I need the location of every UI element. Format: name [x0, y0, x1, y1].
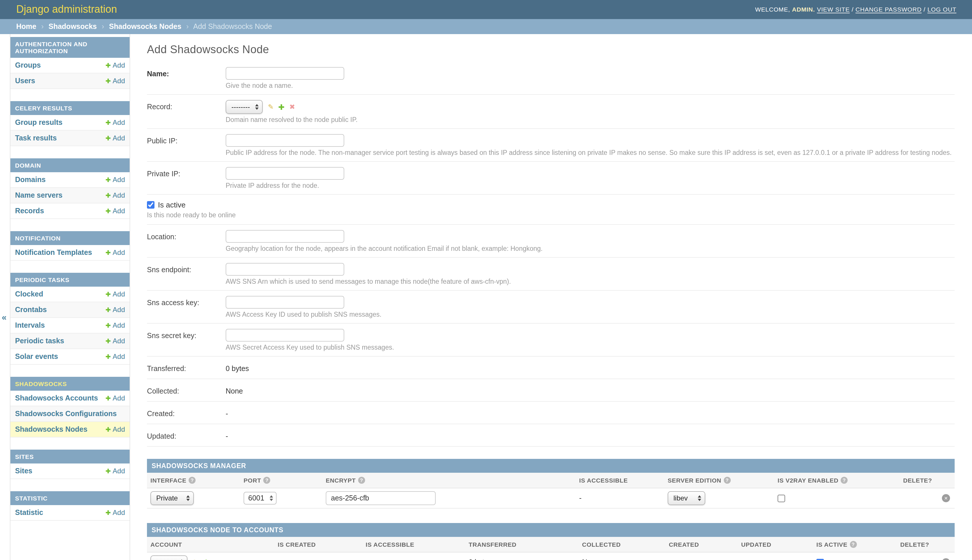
view-site-link[interactable]: VIEW SITE [817, 6, 850, 13]
breadcrumb-app[interactable]: Shadowsocks [49, 23, 97, 31]
name-help: Give the node a name. [226, 82, 344, 89]
log-out-link[interactable]: LOG OUT [927, 6, 956, 13]
help-icon: ? [841, 477, 848, 484]
is-active-checkbox[interactable] [147, 201, 154, 208]
site-branding[interactable]: Django administration [16, 0, 117, 19]
model-link[interactable]: Users [15, 77, 35, 85]
add-notification-templates-link[interactable]: ✚Add [105, 248, 125, 257]
is-created-value: - [278, 558, 280, 560]
edit-account-icon[interactable]: ✎ [192, 558, 199, 560]
sidebar-item-periodic-tasks[interactable]: Periodic tasks ✚Add [10, 333, 130, 349]
sns-access-key-input[interactable] [226, 296, 344, 308]
add-intervals-link[interactable]: ✚Add [105, 321, 125, 329]
sidebar-item-crontabs[interactable]: Crontabs ✚Add [10, 302, 130, 318]
delete-row-icon[interactable]: ✕ [942, 558, 950, 560]
record-select[interactable]: -------- [226, 100, 263, 114]
location-input[interactable] [226, 230, 344, 243]
sidebar-item-notification-templates[interactable]: Notification Templates ✚Add [10, 245, 130, 261]
sidebar-collapse-toggle[interactable]: « [2, 312, 7, 322]
model-link[interactable]: Clocked [15, 290, 43, 298]
model-link[interactable]: Domains [15, 176, 46, 184]
sidebar-item-records[interactable]: Records ✚Add [10, 203, 130, 219]
add-domains-link[interactable]: ✚Add [105, 176, 125, 184]
add-periodic-tasks-link[interactable]: ✚Add [105, 337, 125, 345]
model-link[interactable]: Records [15, 207, 44, 215]
sidebar-item-name-servers[interactable]: Name servers ✚Add [10, 188, 130, 203]
is-v2ray-enabled-checkbox[interactable] [778, 494, 785, 502]
model-link[interactable]: Task results [15, 134, 57, 142]
sidebar-item-groups[interactable]: Groups ✚Add [10, 58, 130, 73]
sidebar-item-clocked[interactable]: Clocked ✚Add [10, 287, 130, 302]
add-crontabs-link[interactable]: ✚Add [105, 306, 125, 314]
model-link[interactable]: Periodic tasks [15, 337, 64, 345]
add-icon: ✚ [105, 192, 111, 199]
model-link[interactable]: Solar events [15, 353, 58, 361]
breadcrumb-home[interactable]: Home [16, 23, 36, 31]
add-shadowsocks-accounts-link[interactable]: ✚Add [105, 394, 125, 402]
help-icon: ? [358, 477, 365, 484]
breadcrumb-model[interactable]: Shadowsocks Nodes [109, 23, 181, 31]
sidebar-item-intervals[interactable]: Intervals ✚Add [10, 318, 130, 333]
sidebar-item-solar-events[interactable]: Solar events ✚Add [10, 349, 130, 365]
sidebar-item-shadowsocks-nodes[interactable]: Shadowsocks Nodes ✚Add [10, 422, 130, 437]
delete-record-icon[interactable]: ✖ [289, 103, 295, 111]
sidebar-section-title: SITES [10, 450, 130, 463]
add-records-link[interactable]: ✚Add [105, 207, 125, 215]
delete-row-icon[interactable]: ✕ [942, 494, 950, 502]
model-link[interactable]: Intervals [15, 321, 45, 329]
model-link[interactable]: Shadowsocks Nodes [15, 425, 87, 433]
model-link[interactable]: Name servers [15, 191, 62, 199]
page-title: Add Shadowsocks Node [147, 43, 955, 56]
server-edition-select[interactable]: libev [668, 491, 705, 505]
add-record-icon[interactable]: ✚ [278, 103, 284, 111]
sidebar-item-shadowsocks-configurations[interactable]: Shadowsocks Configurations [10, 406, 130, 422]
add-solar-events-link[interactable]: ✚Add [105, 353, 125, 361]
sidebar-item-group-results[interactable]: Group results ✚Add [10, 115, 130, 131]
model-link[interactable]: Statistic [15, 508, 43, 517]
select-arrows-icon [698, 495, 701, 501]
public-ip-input[interactable] [226, 134, 344, 147]
public-ip-label: Public IP: [147, 134, 226, 160]
port-input[interactable] [244, 492, 276, 505]
encrypt-input[interactable] [326, 491, 436, 505]
spinner-arrows-icon[interactable] [269, 495, 273, 501]
model-link[interactable]: Crontabs [15, 306, 47, 314]
model-link[interactable]: Shadowsocks Accounts [15, 394, 98, 402]
model-link[interactable]: Shadowsocks Configurations [15, 410, 117, 418]
sidebar-item-task-results[interactable]: Task results ✚Add [10, 131, 130, 146]
add-statistic-link[interactable]: ✚Add [105, 508, 125, 517]
model-link[interactable]: Sites [15, 467, 32, 475]
add-sites-link[interactable]: ✚Add [105, 467, 125, 475]
add-account-icon[interactable]: ✚ [203, 558, 209, 560]
add-group-results-link[interactable]: ✚Add [105, 118, 125, 127]
sidebar-item-users[interactable]: Users ✚Add [10, 73, 130, 89]
form-row-public-ip: Public IP: Public IP address for the nod… [147, 129, 955, 162]
sidebar-item-sites[interactable]: Sites ✚Add [10, 463, 130, 479]
add-groups-link[interactable]: ✚Add [105, 61, 125, 69]
form-row-sns-access-key: Sns access key: AWS Access Key ID used t… [147, 291, 955, 323]
sns-secret-key-input[interactable] [226, 329, 344, 342]
sns-endpoint-input[interactable] [226, 263, 344, 276]
change-password-link[interactable]: CHANGE PASSWORD [855, 6, 922, 13]
sidebar-item-statistic[interactable]: Statistic ✚Add [10, 505, 130, 521]
add-clocked-link[interactable]: ✚Add [105, 290, 125, 298]
is-active-row-checkbox[interactable] [816, 558, 824, 560]
inline-shadowsocks-manager: SHADOWSOCKS MANAGER INTERFACE? PORT? ENC… [147, 459, 955, 508]
add-name-servers-link[interactable]: ✚Add [105, 191, 125, 199]
port-value[interactable] [248, 494, 266, 502]
model-link[interactable]: Groups [15, 61, 41, 69]
account-select[interactable]: -------- [151, 555, 187, 560]
model-link[interactable]: Notification Templates [15, 248, 92, 257]
model-link[interactable]: Group results [15, 118, 62, 127]
sidebar-item-domains[interactable]: Domains ✚Add [10, 172, 130, 188]
sidebar-item-shadowsocks-accounts[interactable]: Shadowsocks Accounts ✚Add [10, 391, 130, 406]
nav-sidebar: AUTHENTICATION AND AUTHORIZATION Groups … [10, 34, 130, 560]
interface-select[interactable]: Private [151, 491, 194, 505]
add-task-results-link[interactable]: ✚Add [105, 134, 125, 142]
edit-record-icon[interactable]: ✎ [268, 103, 274, 111]
add-shadowsocks-nodes-link[interactable]: ✚Add [105, 425, 125, 433]
location-help: Geography location for the node, appears… [226, 245, 543, 252]
private-ip-input[interactable] [226, 167, 344, 180]
add-users-link[interactable]: ✚Add [105, 77, 125, 85]
name-input[interactable] [226, 67, 344, 80]
